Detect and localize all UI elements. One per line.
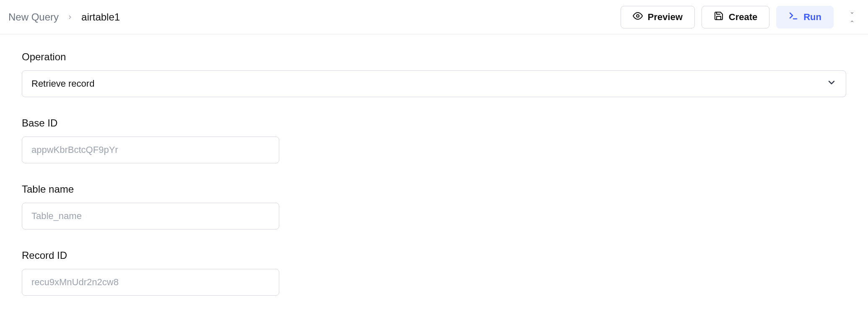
operation-select[interactable]: Retrieve record: [22, 70, 846, 97]
chevron-right-icon: [67, 14, 73, 20]
chevron-down-icon: [826, 77, 837, 90]
chevron-up-icon: [848, 18, 856, 25]
preview-button[interactable]: Preview: [621, 6, 695, 28]
table-name-field: Table name: [22, 183, 846, 230]
operation-field: Operation Retrieve record: [22, 51, 846, 97]
operation-selected-value: Retrieve record: [31, 78, 94, 89]
table-name-label: Table name: [22, 183, 846, 195]
base-id-label: Base ID: [22, 117, 846, 129]
base-id-input[interactable]: [22, 137, 279, 163]
create-button[interactable]: Create: [702, 6, 769, 28]
record-id-label: Record ID: [22, 250, 846, 261]
table-name-input[interactable]: [22, 203, 279, 230]
query-form: Operation Retrieve record Base ID Table …: [0, 34, 868, 312]
create-label: Create: [729, 12, 757, 23]
chevron-down-icon: [848, 9, 856, 17]
header-bar: New Query airtable1 Preview Create Run: [0, 0, 868, 34]
record-id-input[interactable]: [22, 269, 279, 296]
svg-point-0: [637, 15, 639, 17]
run-label: Run: [803, 12, 821, 23]
record-id-field: Record ID: [22, 250, 846, 296]
collapse-toggle[interactable]: [844, 9, 860, 25]
breadcrumb: New Query airtable1: [8, 11, 120, 23]
eye-icon: [633, 11, 643, 23]
run-button[interactable]: Run: [776, 6, 834, 28]
breadcrumb-current: airtable1: [81, 11, 120, 23]
preview-label: Preview: [648, 12, 683, 23]
breadcrumb-root[interactable]: New Query: [8, 11, 59, 23]
terminal-icon: [788, 11, 798, 23]
save-icon: [714, 11, 724, 23]
base-id-field: Base ID: [22, 117, 846, 163]
header-actions: Preview Create Run: [621, 6, 860, 28]
operation-label: Operation: [22, 51, 846, 63]
